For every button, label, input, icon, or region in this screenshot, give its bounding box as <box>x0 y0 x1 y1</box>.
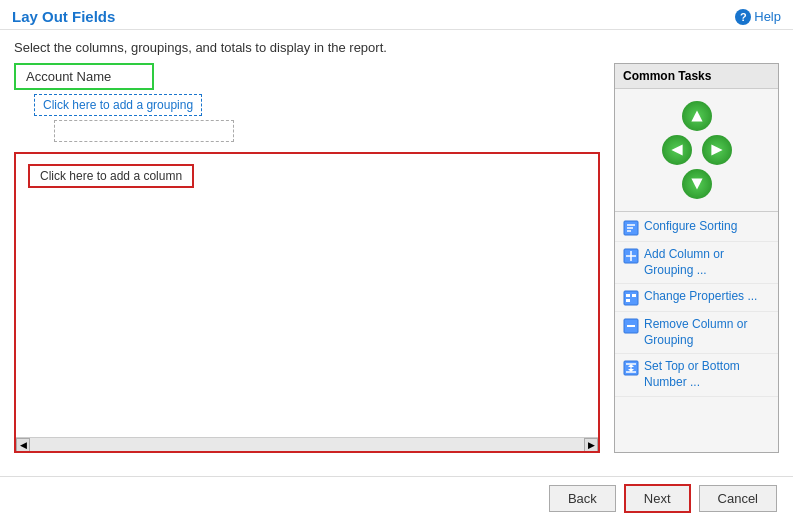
grouping-area: Click here to add a grouping <box>34 94 600 148</box>
sort-icon <box>623 220 639 236</box>
remove-icon <box>623 318 639 334</box>
add-column-label: Add Column or Grouping ... <box>644 247 770 278</box>
fields-area: Account Name Click here to add a groupin… <box>14 63 600 453</box>
nav-row-bottom <box>680 167 714 201</box>
task-remove-column[interactable]: Remove Column or Grouping <box>615 312 778 354</box>
page-header: Lay Out Fields ? Help <box>0 0 793 30</box>
svg-marker-0 <box>691 110 702 121</box>
scroll-left-arrow[interactable]: ◀ <box>16 438 30 452</box>
main-content: Account Name Click here to add a groupin… <box>0 63 793 453</box>
nav-right-button[interactable] <box>702 135 732 165</box>
scroll-right-arrow[interactable]: ▶ <box>584 438 598 452</box>
nav-down-button[interactable] <box>682 169 712 199</box>
column-table-area: Click here to add a column ◀ ▶ <box>14 152 600 453</box>
task-change-properties[interactable]: Change Properties ... <box>615 284 778 312</box>
svg-rect-14 <box>626 299 630 302</box>
task-add-column-grouping[interactable]: Add Column or Grouping ... <box>615 242 778 284</box>
nav-row-middle <box>660 133 734 167</box>
nav-up-button[interactable] <box>682 101 712 131</box>
topbottom-label: Set Top or Bottom Number ... <box>644 359 770 390</box>
help-label: Help <box>754 9 781 24</box>
common-tasks-panel: Common Tasks <box>614 63 779 453</box>
tasks-divider <box>615 211 778 212</box>
add-grouping-button[interactable]: Click here to add a grouping <box>34 94 202 116</box>
change-props-icon <box>623 290 639 306</box>
add-column-button[interactable]: Click here to add a column <box>28 164 194 188</box>
sort-label: Configure Sorting <box>644 219 737 235</box>
horizontal-scrollbar[interactable]: ◀ ▶ <box>16 437 598 451</box>
nav-left-button[interactable] <box>662 135 692 165</box>
svg-marker-3 <box>691 178 702 189</box>
nav-row-top <box>680 99 714 133</box>
cancel-button[interactable]: Cancel <box>699 485 777 512</box>
svg-rect-11 <box>624 291 638 305</box>
scroll-track[interactable] <box>30 438 584 451</box>
task-set-top-bottom[interactable]: Set Top or Bottom Number ... <box>615 354 778 396</box>
change-props-label: Change Properties ... <box>644 289 757 305</box>
column-table-body: Click here to add a column <box>16 154 598 198</box>
page-subtitle: Select the columns, groupings, and total… <box>0 30 793 63</box>
svg-marker-1 <box>671 144 682 155</box>
add-column-icon <box>623 248 639 264</box>
help-icon: ? <box>735 9 751 25</box>
next-button[interactable]: Next <box>624 484 691 513</box>
nav-arrows <box>615 89 778 209</box>
remove-label: Remove Column or Grouping <box>644 317 770 348</box>
common-tasks-title: Common Tasks <box>615 64 778 89</box>
svg-marker-2 <box>711 144 722 155</box>
help-link[interactable]: ? Help <box>735 9 781 25</box>
grouping-indent-placeholder <box>54 120 234 142</box>
page-title: Lay Out Fields <box>12 8 115 25</box>
back-button[interactable]: Back <box>549 485 616 512</box>
topbottom-icon <box>623 360 639 376</box>
svg-rect-13 <box>632 294 636 297</box>
task-configure-sorting[interactable]: Configure Sorting <box>615 214 778 242</box>
account-name-field[interactable]: Account Name <box>14 63 154 90</box>
footer: Back Next Cancel <box>0 476 793 520</box>
svg-rect-12 <box>626 294 630 297</box>
